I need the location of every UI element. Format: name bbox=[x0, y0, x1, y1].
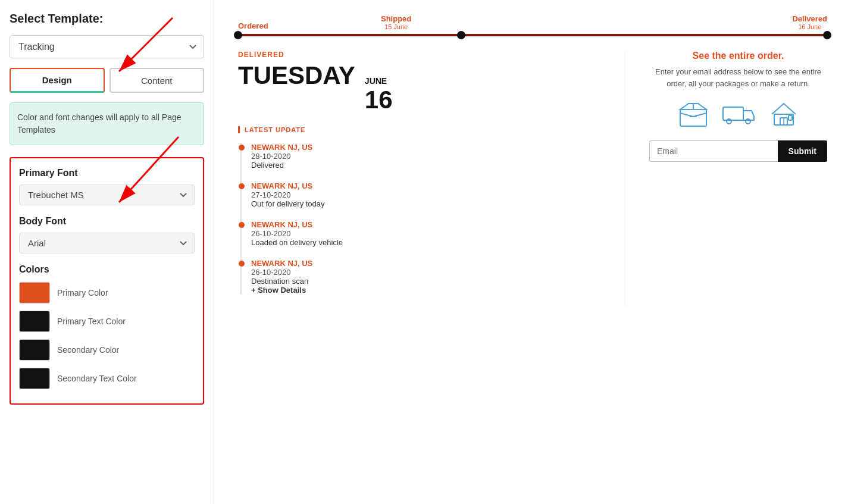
tabs-row: Design Content bbox=[10, 68, 204, 93]
content-area: DELIVERED TUESDAY JUNE 16 LATEST UPDATE … bbox=[214, 36, 851, 321]
tracking-left-content: DELIVERED TUESDAY JUNE 16 LATEST UPDATE … bbox=[238, 51, 601, 306]
svg-rect-15 bbox=[789, 115, 792, 120]
primary-color-label: Primary Color bbox=[57, 288, 108, 298]
month-col: JUNE 16 bbox=[365, 76, 393, 114]
timeline-dot-ordered bbox=[234, 31, 242, 39]
primary-text-color-label: Primary Text Color bbox=[57, 317, 126, 326]
timeline-section: Ordered Shipped 15 June Delivered 16 Jun… bbox=[214, 0, 851, 36]
email-row: Submit bbox=[649, 140, 827, 162]
show-details-link[interactable]: + Show Details bbox=[251, 286, 601, 295]
secondary-text-color-swatch[interactable] bbox=[19, 368, 50, 389]
box-icon bbox=[675, 99, 711, 129]
event-date-2: 27-10-2020 bbox=[251, 190, 601, 199]
body-font-dropdown[interactable]: Arial Trebuchet MS Georgia bbox=[19, 233, 195, 253]
timeline-label-delivered: Delivered 16 June bbox=[792, 14, 827, 30]
timeline-dot-shipped bbox=[457, 31, 465, 39]
tracking-event-2: NEWARK NJ, US 27-10-2020 Out for deliver… bbox=[251, 181, 601, 208]
secondary-text-color-row: Secondary Text Color bbox=[19, 368, 195, 389]
primary-text-color-row: Primary Text Color bbox=[19, 311, 195, 332]
primary-font-dropdown[interactable]: Trebuchet MS Arial Georgia bbox=[19, 184, 195, 205]
svg-rect-4 bbox=[680, 109, 706, 126]
event-date-4: 26-10-2020 bbox=[251, 268, 601, 277]
template-dropdown[interactable]: Tracking Order Confirmation Shipping Not… bbox=[10, 35, 204, 58]
event-desc-3: Loaded on delivery vehicle bbox=[251, 238, 601, 247]
event-date-3: 26-10-2020 bbox=[251, 229, 601, 238]
tab-design[interactable]: Design bbox=[10, 68, 105, 93]
primary-text-color-swatch[interactable] bbox=[19, 311, 50, 332]
timeline-label-shipped: Shipped 15 June bbox=[381, 14, 411, 30]
primary-color-row: Primary Color bbox=[19, 282, 195, 303]
secondary-text-color-label: Secondary Text Color bbox=[57, 374, 137, 383]
latest-update-header: LATEST UPDATE bbox=[238, 126, 601, 133]
house-icon bbox=[766, 99, 802, 129]
order-lookup-panel: See the entire order. Enter your email a… bbox=[625, 51, 827, 306]
timeline-dot-delivered bbox=[823, 31, 831, 39]
tracking-event-1: NEWARK NJ, US 28-10-2020 Delivered bbox=[251, 143, 601, 170]
event-desc-1: Delivered bbox=[251, 161, 601, 170]
primary-font-title: Primary Font bbox=[19, 168, 195, 179]
month-name: JUNE bbox=[365, 76, 393, 86]
left-panel: Select Template: Tracking Order Confirma… bbox=[0, 0, 214, 504]
day-name: TUESDAY bbox=[238, 61, 355, 90]
colors-title: Colors bbox=[19, 264, 195, 275]
design-section-box: Primary Font Trebuchet MS Arial Georgia … bbox=[10, 157, 204, 405]
secondary-color-row: Secondary Color bbox=[19, 339, 195, 361]
primary-color-swatch[interactable] bbox=[19, 282, 50, 303]
info-box: Color and font changes will apply to all… bbox=[10, 102, 204, 145]
event-date-1: 28-10-2020 bbox=[251, 152, 601, 161]
secondary-color-label: Secondary Color bbox=[57, 345, 119, 355]
tab-content[interactable]: Content bbox=[109, 68, 205, 93]
timeline-labels: Ordered Shipped 15 June Delivered 16 Jun… bbox=[238, 14, 827, 30]
right-panel: Ordered Shipped 15 June Delivered 16 Jun… bbox=[214, 0, 851, 504]
delivery-icons-row bbox=[649, 99, 827, 129]
timeline-label-ordered: Ordered bbox=[238, 21, 268, 30]
date-row: TUESDAY JUNE 16 bbox=[238, 61, 601, 114]
day-num: 16 bbox=[365, 86, 393, 114]
truck-icon bbox=[721, 99, 756, 129]
email-input[interactable] bbox=[649, 140, 778, 162]
tracking-events: NEWARK NJ, US 28-10-2020 Delivered NEWAR… bbox=[240, 143, 601, 295]
see-order-title: See the entire order. bbox=[649, 51, 827, 61]
event-location-1: NEWARK NJ, US bbox=[251, 143, 601, 152]
submit-button[interactable]: Submit bbox=[778, 140, 827, 162]
select-template-label: Select Template: bbox=[10, 12, 204, 26]
event-location-3: NEWARK NJ, US bbox=[251, 220, 601, 229]
body-font-title: Body Font bbox=[19, 216, 195, 227]
event-desc-4: Destination scan bbox=[251, 277, 601, 286]
event-location-4: NEWARK NJ, US bbox=[251, 259, 601, 268]
secondary-color-swatch[interactable] bbox=[19, 339, 50, 361]
event-location-2: NEWARK NJ, US bbox=[251, 181, 601, 190]
tracking-event-4: NEWARK NJ, US 26-10-2020 Destination sca… bbox=[251, 259, 601, 295]
delivered-label: DELIVERED bbox=[238, 51, 601, 59]
svg-rect-7 bbox=[723, 107, 743, 120]
event-desc-2: Out for delivery today bbox=[251, 199, 601, 208]
see-order-desc: Enter your email address below to see th… bbox=[649, 66, 827, 89]
tracking-event-3: NEWARK NJ, US 26-10-2020 Loaded on deliv… bbox=[251, 220, 601, 247]
